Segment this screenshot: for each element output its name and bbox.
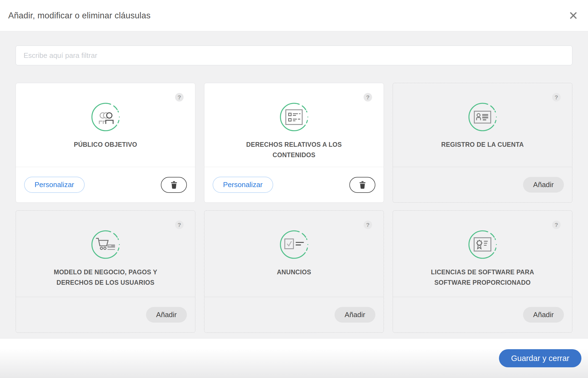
account-registration-idcard-icon: [468, 102, 497, 132]
add-button[interactable]: Añadir: [523, 177, 564, 193]
clause-card-anuncios: ? ANUNCIOS Añ: [204, 210, 384, 333]
trash-icon: [170, 181, 178, 189]
close-icon: [570, 12, 577, 19]
trash-icon: [359, 181, 366, 189]
content-rights-document-icon: [279, 102, 309, 132]
card-footer: Personalizar: [204, 167, 384, 202]
target-audience-people-icon: [91, 102, 120, 132]
card-main: ? REGISTRO: [393, 83, 572, 167]
add-button[interactable]: Añadir: [335, 307, 375, 323]
question-mark-icon: ?: [555, 93, 558, 101]
help-button[interactable]: ?: [175, 93, 184, 101]
card-main: ? LICENCIAS: [393, 211, 572, 297]
clause-card-modelo-negocio: ? MODELO DE: [16, 210, 195, 333]
clause-card-derechos-contenidos: ?: [204, 83, 384, 203]
help-button[interactable]: ?: [364, 93, 372, 101]
card-footer: Personalizar: [16, 167, 195, 202]
card-title: LICENCIAS DE SOFTWARE PARA SOFTWARE PROP…: [421, 267, 544, 288]
card-main: ? MODELO DE: [16, 211, 195, 297]
personalize-button[interactable]: Personalizar: [24, 177, 85, 193]
help-button[interactable]: ?: [175, 221, 184, 229]
card-footer: Añadir: [204, 297, 384, 332]
add-button[interactable]: Añadir: [146, 307, 187, 323]
help-button[interactable]: ?: [552, 221, 561, 229]
clause-card-registro-cuenta: ? REGISTRO: [393, 83, 572, 203]
help-button[interactable]: ?: [552, 93, 561, 101]
clause-cards-grid: ? PÚBLICO O: [16, 83, 572, 333]
clauses-modal: Añadir, modificar o eliminar cláusulas ?: [0, 0, 588, 378]
delete-button[interactable]: [349, 177, 375, 193]
card-title: REGISTRO DE LA CUENTA: [441, 139, 524, 150]
clause-card-publico-objetivo: ? PÚBLICO O: [16, 83, 195, 203]
question-mark-icon: ?: [178, 221, 181, 229]
question-mark-icon: ?: [555, 221, 558, 229]
personalize-button[interactable]: Personalizar: [213, 177, 273, 193]
card-main: ? PÚBLICO O: [16, 83, 195, 167]
help-button[interactable]: ?: [364, 221, 372, 229]
modal-footer: Guardar y cerrar: [0, 338, 588, 378]
business-model-cart-icon: [91, 230, 120, 259]
delete-button[interactable]: [161, 177, 187, 193]
question-mark-icon: ?: [366, 221, 370, 229]
modal-header: Añadir, modificar o eliminar cláusulas: [0, 0, 588, 31]
card-footer: Añadir: [393, 297, 572, 332]
card-title: PÚBLICO OBJETIVO: [74, 139, 137, 150]
software-license-certificate-icon: [468, 230, 497, 259]
question-mark-icon: ?: [178, 93, 181, 101]
card-title: ANUNCIOS: [277, 267, 311, 277]
card-title: DERECHOS RELATIVOS A LOS CONTENIDOS: [232, 139, 356, 160]
card-main: ? ANUNCIOS: [204, 211, 384, 297]
card-title: MODELO DE NEGOCIO, PAGOS Y DERECHOS DE L…: [44, 267, 167, 288]
question-mark-icon: ?: [366, 93, 370, 101]
card-footer: Añadir: [393, 167, 572, 202]
announcements-checkbox-icon: [279, 230, 309, 259]
modal-title: Añadir, modificar o eliminar cláusulas: [8, 11, 150, 21]
clause-card-licencias-software: ? LICENCIAS: [393, 210, 572, 333]
add-button[interactable]: Añadir: [523, 307, 564, 323]
modal-body: ? PÚBLICO O: [0, 31, 588, 338]
close-button[interactable]: [567, 9, 580, 22]
save-and-close-button[interactable]: Guardar y cerrar: [499, 349, 581, 367]
card-main: ?: [204, 83, 384, 167]
card-footer: Añadir: [16, 297, 195, 332]
filter-input[interactable]: [16, 46, 572, 65]
